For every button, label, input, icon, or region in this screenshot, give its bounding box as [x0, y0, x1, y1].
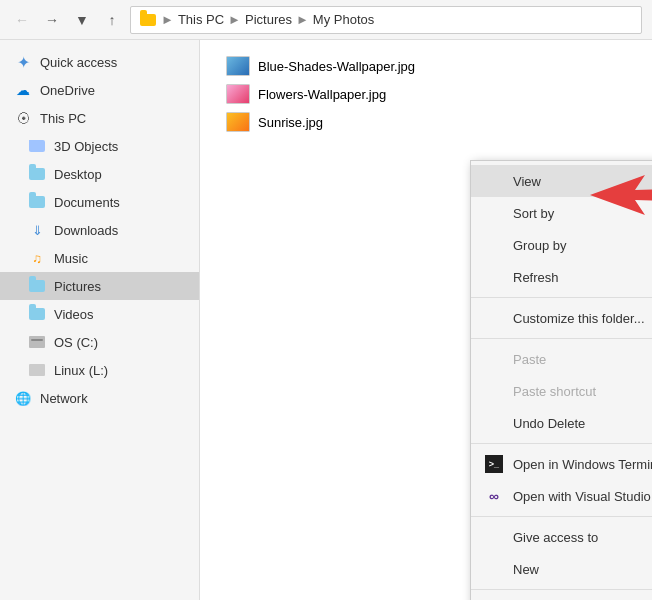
sidebar-item-thispc[interactable]: 🖸 This PC	[0, 104, 199, 132]
cm-item-properties[interactable]: Properties	[471, 594, 652, 600]
cm-item-sortby[interactable]: Sort by ►	[471, 197, 652, 229]
cm-item-view[interactable]: View ►	[471, 165, 652, 197]
cm-label-undodelete: Undo Delete	[513, 416, 585, 431]
folder-3dobjects-icon	[28, 137, 46, 155]
paste-icon	[485, 350, 503, 368]
sidebar-item-music[interactable]: ♫ Music	[0, 244, 199, 272]
file-item-1[interactable]: Flowers-Wallpaper.jpg	[220, 80, 632, 108]
file-thumb-0	[226, 56, 250, 76]
drive-l-icon	[28, 361, 46, 379]
groupby-icon	[485, 236, 503, 254]
customize-icon	[485, 309, 503, 327]
cm-item-refresh[interactable]: Refresh	[471, 261, 652, 293]
file-name-1: Flowers-Wallpaper.jpg	[258, 87, 386, 102]
cm-item-undodelete[interactable]: Undo Delete Ctrl+Z	[471, 407, 652, 439]
cm-item-groupby[interactable]: Group by ►	[471, 229, 652, 261]
sidebar-label-pictures: Pictures	[54, 279, 101, 294]
cm-label-customize: Customize this folder...	[513, 311, 645, 326]
cm-label-sortby: Sort by	[513, 206, 554, 221]
cm-item-terminal[interactable]: >_ Open in Windows Terminal	[471, 448, 652, 480]
cm-sep-2	[471, 338, 652, 339]
new-icon	[485, 560, 503, 578]
file-thumb-1	[226, 84, 250, 104]
sidebar-item-quickaccess[interactable]: ✦ Quick access	[0, 48, 199, 76]
cm-item-vs[interactable]: ∞ Open with Visual Studio	[471, 480, 652, 512]
undodelete-icon	[485, 414, 503, 432]
sidebar-item-desktop[interactable]: Desktop	[0, 160, 199, 188]
cm-item-paste: Paste	[471, 343, 652, 375]
sidebar-label-thispc: This PC	[40, 111, 86, 126]
address-bar[interactable]: ► This PC ► Pictures ► My Photos	[130, 6, 642, 34]
sidebar-label-network: Network	[40, 391, 88, 406]
sidebar-item-network[interactable]: 🌐 Network	[0, 384, 199, 412]
sidebar-item-downloads[interactable]: ⇓ Downloads	[0, 216, 199, 244]
cm-label-new: New	[513, 562, 539, 577]
sidebar-label-onedrive: OneDrive	[40, 83, 95, 98]
sidebar-label-quickaccess: Quick access	[40, 55, 117, 70]
cm-label-refresh: Refresh	[513, 270, 559, 285]
cm-label-view: View	[513, 174, 541, 189]
cm-label-groupby: Group by	[513, 238, 566, 253]
sidebar: ✦ Quick access ☁ OneDrive 🖸 This PC 3D O…	[0, 40, 200, 600]
sidebar-item-pictures[interactable]: Pictures	[0, 272, 199, 300]
sidebar-item-osc[interactable]: OS (C:)	[0, 328, 199, 356]
cm-sep-3	[471, 443, 652, 444]
file-list: Blue-Shades-Wallpaper.jpg Flowers-Wallpa…	[200, 40, 652, 600]
cm-label-terminal: Open in Windows Terminal	[513, 457, 652, 472]
file-item-0[interactable]: Blue-Shades-Wallpaper.jpg	[220, 52, 632, 80]
sidebar-label-osc: OS (C:)	[54, 335, 98, 350]
terminal-icon: >_	[485, 455, 503, 473]
folder-documents-icon	[28, 193, 46, 211]
recent-button[interactable]: ▼	[70, 8, 94, 32]
giveaccess-icon	[485, 528, 503, 546]
cm-item-new[interactable]: New ►	[471, 553, 652, 585]
sidebar-label-desktop: Desktop	[54, 167, 102, 182]
visualstudio-icon: ∞	[485, 487, 503, 505]
forward-button[interactable]: →	[40, 8, 64, 32]
drive-c-icon	[28, 333, 46, 351]
cloud-icon: ☁	[14, 81, 32, 99]
cm-label-paste: Paste	[513, 352, 546, 367]
network-icon: 🌐	[14, 389, 32, 407]
sidebar-item-videos[interactable]: Videos	[0, 300, 199, 328]
cm-sep-5	[471, 589, 652, 590]
folder-pictures-icon	[28, 277, 46, 295]
cm-label-giveaccess: Give access to	[513, 530, 598, 545]
file-name-0: Blue-Shades-Wallpaper.jpg	[258, 59, 415, 74]
back-button[interactable]: ←	[10, 8, 34, 32]
cm-label-pasteshortcut: Paste shortcut	[513, 384, 596, 399]
star-icon: ✦	[14, 53, 32, 71]
cm-label-vs: Open with Visual Studio	[513, 489, 651, 504]
sidebar-item-3dobjects[interactable]: 3D Objects	[0, 132, 199, 160]
folder-desktop-icon	[28, 165, 46, 183]
context-menu: View ► Sort by ► Group by ► Refresh	[470, 160, 652, 600]
pasteshortcut-icon	[485, 382, 503, 400]
sidebar-label-music: Music	[54, 251, 88, 266]
cm-item-giveaccess[interactable]: Give access to ►	[471, 521, 652, 553]
folder-downloads-icon: ⇓	[28, 221, 46, 239]
folder-icon	[139, 11, 157, 29]
monitor-icon: 🖸	[14, 109, 32, 127]
file-name-2: Sunrise.jpg	[258, 115, 323, 130]
sidebar-label-videos: Videos	[54, 307, 94, 322]
cm-sep-1	[471, 297, 652, 298]
file-item-2[interactable]: Sunrise.jpg	[220, 108, 632, 136]
sidebar-label-documents: Documents	[54, 195, 120, 210]
up-button[interactable]: ↑	[100, 8, 124, 32]
folder-music-icon: ♫	[28, 249, 46, 267]
cm-item-customize[interactable]: Customize this folder...	[471, 302, 652, 334]
address-part-myphotos: My Photos	[313, 12, 374, 27]
sidebar-label-downloads: Downloads	[54, 223, 118, 238]
main-layout: ✦ Quick access ☁ OneDrive 🖸 This PC 3D O…	[0, 40, 652, 600]
sidebar-label-linux: Linux (L:)	[54, 363, 108, 378]
view-icon	[485, 172, 503, 190]
refresh-icon	[485, 268, 503, 286]
sidebar-item-onedrive[interactable]: ☁ OneDrive	[0, 76, 199, 104]
sidebar-item-documents[interactable]: Documents	[0, 188, 199, 216]
cm-sep-4	[471, 516, 652, 517]
address-part-pictures: Pictures	[245, 12, 292, 27]
sidebar-label-3dobjects: 3D Objects	[54, 139, 118, 154]
folder-videos-icon	[28, 305, 46, 323]
sidebar-item-linux[interactable]: Linux (L:)	[0, 356, 199, 384]
title-bar: ← → ▼ ↑ ► This PC ► Pictures ► My Photos	[0, 0, 652, 40]
